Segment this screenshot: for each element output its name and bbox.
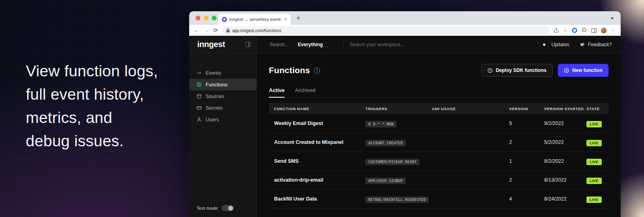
column-header-usage: 24H USAGE	[432, 106, 509, 111]
test-mode-label: Test mode	[196, 206, 218, 211]
toggle-knob	[228, 206, 233, 211]
extension-icon[interactable]	[572, 28, 577, 33]
trigger-badge: RETOOL/BACKFILL.REQUESTED	[365, 197, 429, 203]
workspace-search-input[interactable]: Search your workspace...	[350, 42, 404, 47]
table-row[interactable]: Backfill User Data RETOOL/BACKFILL.REQUE…	[269, 190, 609, 209]
state-badge: LIVE	[586, 121, 602, 127]
secrets-icon	[196, 105, 202, 111]
table-row[interactable]: Account Created to Mixpanel ACCOUNT.CREA…	[269, 133, 609, 152]
share-icon[interactable]	[554, 28, 559, 33]
main-content: Functions i Deploy SDK functions	[257, 53, 621, 217]
updates-button[interactable]: Updates	[543, 42, 570, 47]
sources-icon	[196, 94, 202, 99]
table-row[interactable]: Send SMS CUSTOMER/PICKUP.READY 1 8/2/202…	[269, 152, 609, 171]
function-tabs: Active Archived	[269, 87, 609, 98]
extensions-puzzle-icon[interactable]	[582, 28, 587, 33]
clock-icon	[487, 68, 493, 73]
sidebar: Events Functions Sources	[189, 53, 257, 217]
bookmark-star-icon[interactable]: ☆	[563, 28, 568, 33]
inngest-logo: inngest	[197, 40, 225, 49]
page-title: Functions	[269, 66, 310, 75]
deploy-button-label: Deploy SDK functions	[496, 68, 547, 73]
state-badge: LIVE	[586, 140, 602, 146]
back-button[interactable]: ←	[194, 27, 199, 33]
version-started-value: 8/2/2022	[544, 158, 586, 164]
state-badge: LIVE	[586, 178, 602, 184]
sidebar-item-sources[interactable]: Sources	[189, 90, 256, 102]
version-started-value: 8/24/2022	[544, 196, 586, 202]
topbar-search-area: Search... Everything Search your workspa…	[257, 36, 621, 53]
table-row[interactable]: activation-drip-email APP/USER.SIGNUP 2 …	[269, 171, 609, 190]
side-panel-icon[interactable]	[591, 28, 597, 33]
new-tab-button[interactable]: +	[296, 14, 300, 22]
sidebar-item-label: Events	[206, 70, 221, 76]
tab-search-chevron-icon[interactable]: ▼	[610, 16, 614, 20]
state-badge: LIVE	[586, 197, 602, 203]
table-row[interactable]: Weekly Email Digest 0 9 * * MON 5 9/2/20…	[269, 114, 609, 133]
window-controls[interactable]	[196, 16, 217, 20]
version-value: 4	[509, 196, 544, 202]
column-header-function-name: FUNCTION NAME	[269, 106, 365, 111]
app-body: Events Functions Sources	[189, 53, 621, 217]
sidebar-item-events[interactable]: Events	[189, 67, 256, 79]
deploy-sdk-functions-button[interactable]: Deploy SDK functions	[481, 64, 553, 77]
forward-button[interactable]: →	[204, 27, 209, 33]
plus-circle-icon	[564, 68, 569, 73]
page-header: Functions i Deploy SDK functions	[269, 64, 609, 77]
version-started-value: 8/13/2022	[544, 177, 586, 183]
search-scope-selector[interactable]: Everything	[298, 42, 323, 47]
new-function-button[interactable]: New function	[558, 64, 609, 77]
sidebar-item-users[interactable]: Users	[189, 114, 256, 125]
tab-active[interactable]: Active	[269, 87, 285, 98]
trigger-badge: CUSTOMER/PICKUP.READY	[365, 159, 419, 165]
browser-tab[interactable]: inngest → serverless event-dri... ×	[218, 14, 291, 25]
lock-icon	[226, 28, 230, 33]
toolbar-icons: ☆ ⋮	[554, 28, 616, 33]
tab-favicon-icon	[222, 17, 227, 22]
column-header-state: STATE	[586, 106, 609, 111]
sidebar-item-secrets[interactable]: Secrets	[189, 102, 256, 114]
close-window-button[interactable]	[196, 16, 200, 20]
feedback-label: Feedback?	[588, 42, 612, 47]
profile-avatar[interactable]	[601, 28, 607, 33]
events-icon	[196, 70, 202, 76]
version-value: 2	[509, 139, 544, 145]
version-value: 1	[509, 158, 544, 164]
address-bar[interactable]: app.inngest.com/functions	[222, 27, 549, 34]
hero-copy: View function logs, full event history, …	[26, 59, 158, 153]
megaphone-icon	[580, 42, 585, 47]
test-mode-control: Test mode	[189, 200, 256, 217]
state-badge: LIVE	[586, 159, 602, 165]
inngest-app: inngest Search... Everything Search your…	[189, 36, 621, 217]
updates-dot-icon	[543, 43, 545, 46]
info-icon[interactable]: i	[314, 68, 320, 74]
version-started-value: 9/2/2022	[544, 121, 586, 126]
reload-button[interactable]: ⟳	[213, 27, 218, 33]
sidebar-item-functions[interactable]: Functions	[189, 79, 256, 90]
hero-line: debug issues.	[26, 129, 158, 153]
version-value: 5	[509, 121, 544, 126]
sidebar-collapse-icon[interactable]	[246, 42, 251, 47]
browser-tabstrip: inngest → serverless event-dri... × + ▼	[189, 11, 621, 25]
browser-window: inngest → serverless event-dri... × + ▼ …	[189, 11, 621, 217]
column-header-triggers: TRIGGERS	[365, 106, 432, 111]
search-input[interactable]: Search...	[270, 42, 289, 47]
test-mode-toggle[interactable]	[222, 205, 234, 211]
browser-menu-icon[interactable]: ⋮	[611, 28, 616, 33]
feedback-button[interactable]: Feedback?	[580, 42, 612, 47]
users-icon	[196, 117, 202, 122]
function-name: Backfill User Data	[269, 196, 365, 202]
sidebar-item-label: Users	[206, 117, 219, 123]
minimize-window-button[interactable]	[204, 16, 208, 20]
hero-line: View function logs,	[26, 59, 158, 83]
tab-close-icon[interactable]: ×	[284, 17, 287, 22]
app-topbar: inngest Search... Everything Search your…	[189, 36, 621, 53]
tab-archived[interactable]: Archived	[295, 87, 316, 97]
function-name: Weekly Email Digest	[269, 121, 365, 126]
updates-label: Updates	[551, 42, 570, 47]
logo-zone: inngest	[189, 36, 257, 53]
zoom-window-button[interactable]	[212, 16, 217, 20]
hero-line: metrics, and	[26, 106, 158, 129]
function-name: activation-drip-email	[269, 177, 365, 183]
trigger-badge: ACCOUNT.CREATED	[365, 140, 406, 146]
